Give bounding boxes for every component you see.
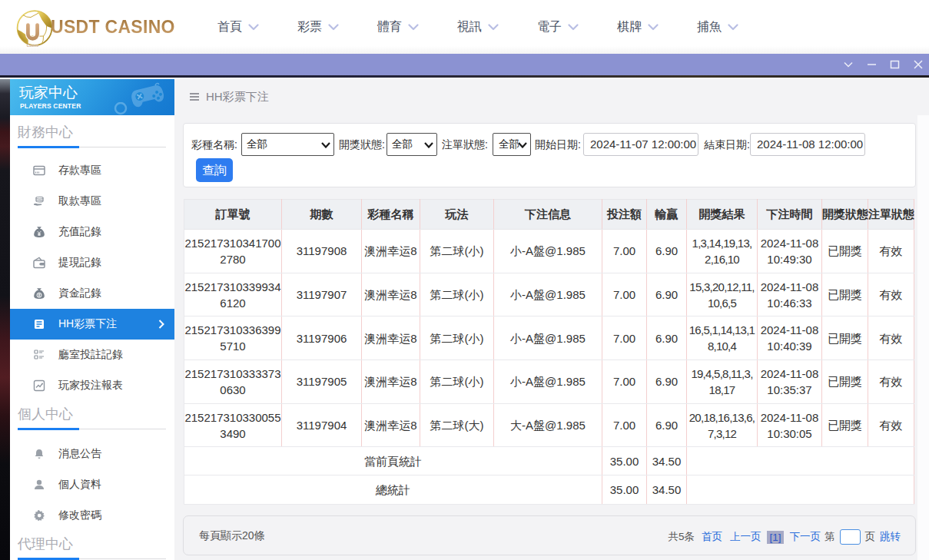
svg-text:Casino: Casino: [27, 44, 39, 47]
